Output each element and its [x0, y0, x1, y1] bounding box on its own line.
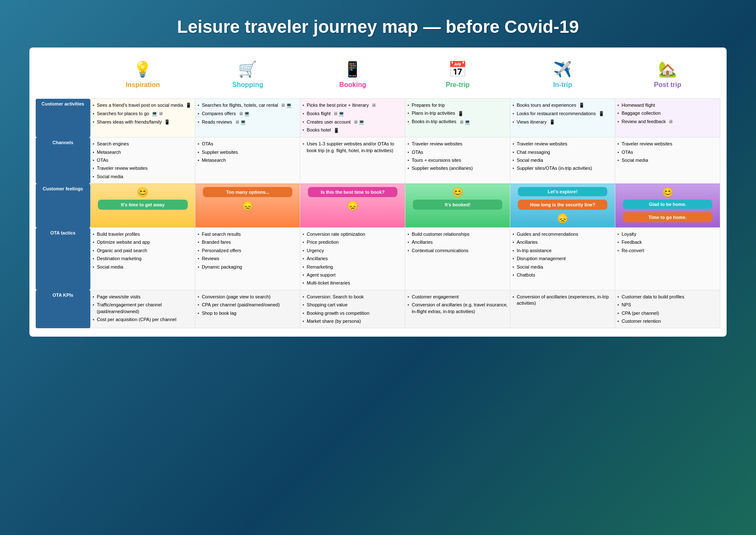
list-item: Conversion (page view to search) — [197, 293, 298, 301]
list-item: Guides and recommendations — [512, 230, 613, 238]
list-item: Social media — [617, 156, 718, 164]
list-item: Books flight 🖥💻 — [302, 110, 403, 118]
tablet-icon3: 💻 — [244, 111, 250, 117]
kpis-intrip: Conversion of ancillaries (experiences, … — [510, 290, 615, 328]
customer-activities-row: Customer activities Sees a friend's trav… — [36, 99, 720, 137]
list-item: Multi-ticket itineraries — [302, 279, 403, 287]
list-item: Disruption management — [512, 255, 613, 263]
list-item: Traveler review websites — [512, 140, 613, 148]
tablet-icon6: 💻 — [359, 119, 365, 125]
list-item: Conversion rate optimization — [302, 230, 403, 238]
feeling-bubble-shopping: Too many options... — [203, 187, 292, 197]
kpis-booking: Conversion: Search to book Shopping cart… — [300, 290, 405, 328]
list-item: Baggage collection — [617, 109, 718, 117]
page-title: Leisure traveler journey map — before Co… — [8, 8, 748, 47]
channels-row: Channels Search engines Metasearch OTAs … — [36, 137, 720, 184]
happy-smiley-posttrip: 😊 — [662, 187, 673, 198]
tablet-icon2: 💻 — [286, 102, 292, 108]
list-item: Reads reviews 🖥💻 — [197, 118, 298, 127]
feeling-bubble-posttrip-top: Glad to be home. — [623, 200, 712, 209]
list-item: Views itinerary 📱 — [512, 118, 613, 127]
list-item: Uses 1-3 supplier websites and/or OTAs t… — [302, 140, 403, 155]
list-item: Personalized offers — [197, 247, 298, 255]
list-item: Traveler review websites — [617, 140, 718, 148]
kpis-inspiration: Page views/site visits Traffic/engagemen… — [90, 290, 195, 328]
shopping-icon: 🛒 — [238, 62, 257, 77]
list-item: Branded fares — [197, 238, 298, 246]
list-item: Traveler review websites — [407, 140, 508, 148]
list-item: Customer data to build profiles — [617, 293, 718, 301]
list-item: Searches for places to go 💻🖥 — [93, 110, 193, 118]
list-item: Ancillaries — [512, 238, 613, 246]
list-item: Search engines — [93, 140, 193, 148]
feelings-posttrip: 😊 Glad to be home. Time to go home. — [615, 184, 720, 228]
tactics-posttrip: Loyalty Feedback Re-convert — [615, 228, 720, 290]
mobile-icon3: 📱 — [333, 127, 339, 134]
list-item: Tours + excursions sites — [407, 156, 508, 164]
header-pretrip: 📅 Pre-trip — [405, 56, 510, 99]
tablet-icon7: 💻 — [465, 119, 470, 125]
ota-kpis-label: OTA KPIs — [36, 290, 90, 328]
list-item: Destination marketing — [93, 255, 193, 263]
tactics-intrip: Guides and recommendations Ancillaries I… — [510, 228, 615, 290]
header-posttrip: 🏡 Post trip — [615, 56, 720, 99]
list-item: Feedback — [617, 238, 718, 246]
feelings-intrip: Let's explore! How long is the security … — [510, 184, 615, 228]
tablet-icon: 💻 — [152, 111, 158, 117]
intrip-icon: ✈️ — [553, 62, 572, 77]
ota-kpis-row: OTA KPIs Page views/site visits Traffic/… — [36, 290, 720, 328]
desktop-icon: 🖥 — [158, 111, 163, 117]
sad-smiley-booking: 😞 — [347, 200, 358, 211]
channels-shopping: OTAs Supplier websites Metasearch — [195, 137, 300, 184]
feelings-inspiration: 😊 It's time to get away — [90, 184, 195, 228]
activities-booking: Picks the best price + Itinerary 🖥 Books… — [300, 99, 405, 137]
feelings-pretrip: 😊 It's booked! — [405, 184, 510, 228]
feeling-bubble-inspiration: It's time to get away — [98, 200, 187, 210]
activities-shopping: Searches for flights, hotels, car rental… — [195, 99, 300, 137]
journey-map-container: 💡 Inspiration 🛒 Shopping 📱 Booking — [29, 47, 727, 337]
tactics-inspiration: Build traveler profiles Optimize website… — [90, 228, 195, 290]
feeling-bubble-intrip-bottom: How long is the security line? — [518, 200, 607, 210]
desktop-icon5: 🖥 — [371, 102, 376, 108]
feelings-booking: Is this the best time to book? 😞 — [300, 184, 405, 228]
list-item: OTAs — [617, 148, 718, 156]
desktop-icon4: 🖥 — [235, 119, 239, 125]
kpis-pretrip: Customer engagement Conversion of ancill… — [405, 290, 510, 328]
activities-pretrip: Prepares for trip Plans in-trip activiti… — [405, 99, 510, 137]
mobile-icon6: 📱 — [598, 111, 604, 117]
customer-feelings-row: Customer feelings 😊 It's time to get awa… — [36, 184, 720, 228]
list-item: Traffic/engagement per channel (paid/ear… — [93, 301, 193, 316]
mobile-icon4: 📱 — [458, 111, 464, 117]
feeling-bubble-intrip-top: Let's explore! — [518, 187, 607, 196]
sad-smiley-shopping: 😞 — [242, 200, 253, 211]
list-item: Prepares for trip — [407, 101, 508, 109]
desktop-icon6: 🖥 — [333, 111, 338, 117]
feelings-shopping: Too many options... 😞 — [195, 184, 300, 228]
list-item: Remarketing — [302, 263, 403, 271]
list-item: Conversion: Search to book — [302, 293, 403, 301]
header-inspiration: 💡 Inspiration — [90, 56, 195, 99]
list-item: Urgency — [302, 247, 403, 255]
list-item: Fast search results — [197, 230, 298, 238]
activities-intrip: Books tours and experiences 📱 Looks for … — [510, 99, 615, 137]
list-item: Traveler review websites — [93, 164, 193, 172]
kpis-shopping: Conversion (page view to search) CPA per… — [195, 290, 300, 328]
list-item: NPS — [617, 301, 718, 309]
booking-icon: 📱 — [343, 62, 362, 77]
list-item: Sees a friend's travel post on social me… — [93, 101, 193, 110]
list-item: Organic and paid search — [93, 247, 193, 255]
tactics-booking: Conversion rate optimization Price predi… — [300, 228, 405, 290]
list-item: Ancillaries — [407, 238, 508, 246]
list-item: Homeward flight — [617, 101, 718, 109]
pretrip-icon: 📅 — [448, 62, 467, 77]
feeling-bubble-booking: Is this the best time to book? — [308, 187, 397, 197]
list-item: Social media — [93, 173, 193, 181]
list-item: Shopping cart value — [302, 301, 403, 309]
customer-activities-label: Customer activities — [36, 99, 90, 137]
list-item: OTAs — [93, 156, 193, 164]
channels-booking: Uses 1-3 supplier websites and/or OTAs t… — [300, 137, 405, 184]
mobile-icon: 📱 — [186, 102, 192, 108]
desktop-icon7: 🖥 — [353, 119, 358, 125]
channels-posttrip: Traveler review websites OTAs Social med… — [615, 137, 720, 184]
header-intrip: ✈️ In-trip — [510, 56, 615, 99]
